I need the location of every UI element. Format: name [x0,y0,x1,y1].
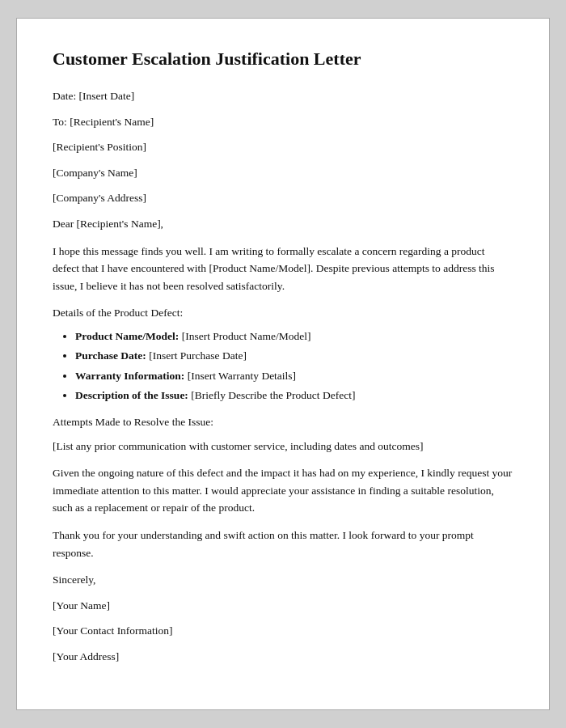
letter-title: Customer Escalation Justification Letter [53,48,513,71]
bullet-label-4: Description of the Issue: [75,389,188,401]
your-contact: [Your Contact Information] [53,622,513,640]
list-item: Warranty Information: [Insert Warranty D… [75,368,513,384]
date-line: Date: [Insert Date] [53,87,513,105]
list-item: Description of the Issue: [Briefly Descr… [75,387,513,404]
bullet-label-2: Purchase Date: [75,349,146,362]
closing-section: Sincerely, [Your Name] [Your Contact Inf… [53,571,513,665]
letter-document: Customer Escalation Justification Letter… [16,18,550,709]
to-line: To: [Recipient's Name] [53,113,513,131]
details-label: Details of the Product Defect: [53,304,513,322]
bullet-value-3: [Insert Warranty Details] [184,370,296,382]
company-name: [Company's Name] [53,164,513,182]
attempts-detail: [List any prior communication with custo… [53,438,513,455]
bullet-label-3: Warranty Information: [75,370,184,382]
bullet-value-2: [Insert Purchase Date] [146,349,247,362]
product-details-list: Product Name/Model: [Insert Product Name… [75,328,513,404]
closing: Sincerely, [53,571,513,589]
list-item: Product Name/Model: [Insert Product Name… [75,328,513,345]
recipient-position: [Recipient's Position] [53,138,513,156]
bullet-value-4: [Briefly Describe the Product Defect] [188,389,356,401]
your-name: [Your Name] [53,597,513,615]
thank-you-paragraph: Thank you for your understanding and swi… [53,527,513,561]
salutation: Dear [Recipient's Name], [53,215,513,233]
request-paragraph: Given the ongoing nature of this defect … [53,464,513,517]
list-item: Purchase Date: [Insert Purchase Date] [75,348,513,364]
attempts-label: Attempts Made to Resolve the Issue: [53,413,513,431]
bullet-label-1: Product Name/Model: [75,330,179,342]
intro-paragraph: I hope this message finds you well. I am… [53,243,513,295]
bullet-value-1: [Insert Product Name/Model] [179,330,310,342]
company-address: [Company's Address] [53,189,513,207]
your-address: [Your Address] [53,648,513,666]
